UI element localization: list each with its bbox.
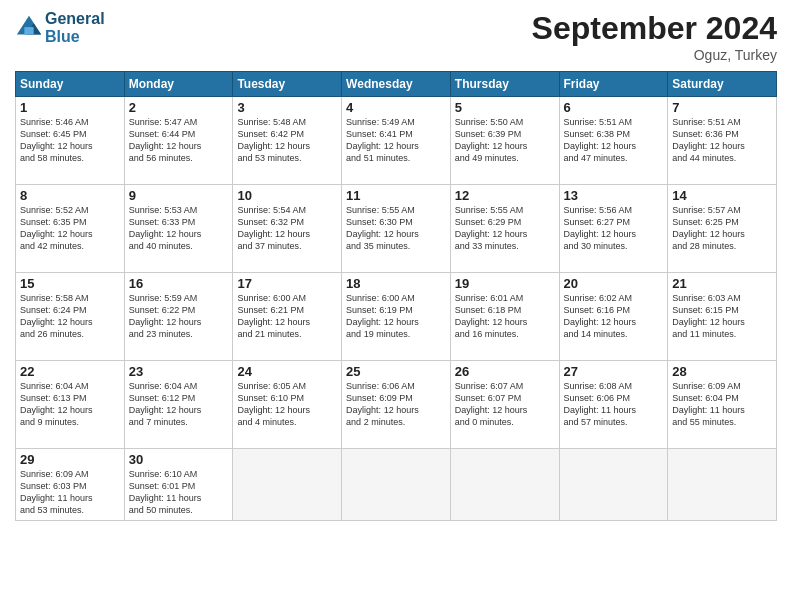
- month-title: September 2024: [532, 10, 777, 47]
- day-info: Sunrise: 5:56 AM Sunset: 6:27 PM Dayligh…: [564, 204, 664, 253]
- day-info: Sunrise: 6:09 AM Sunset: 6:03 PM Dayligh…: [20, 468, 120, 517]
- day-number: 1: [20, 100, 120, 115]
- calendar-cell: 30Sunrise: 6:10 AM Sunset: 6:01 PM Dayli…: [124, 449, 233, 521]
- calendar-cell: [450, 449, 559, 521]
- calendar-cell: 1Sunrise: 5:46 AM Sunset: 6:45 PM Daylig…: [16, 97, 125, 185]
- day-number: 7: [672, 100, 772, 115]
- day-info: Sunrise: 5:57 AM Sunset: 6:25 PM Dayligh…: [672, 204, 772, 253]
- day-info: Sunrise: 6:00 AM Sunset: 6:19 PM Dayligh…: [346, 292, 446, 341]
- day-info: Sunrise: 6:01 AM Sunset: 6:18 PM Dayligh…: [455, 292, 555, 341]
- calendar-cell: 3Sunrise: 5:48 AM Sunset: 6:42 PM Daylig…: [233, 97, 342, 185]
- logo-text: General Blue: [45, 10, 105, 45]
- day-number: 6: [564, 100, 664, 115]
- calendar-cell: 21Sunrise: 6:03 AM Sunset: 6:15 PM Dayli…: [668, 273, 777, 361]
- day-info: Sunrise: 6:07 AM Sunset: 6:07 PM Dayligh…: [455, 380, 555, 429]
- logo: General Blue: [15, 10, 105, 45]
- calendar-cell: 28Sunrise: 6:09 AM Sunset: 6:04 PM Dayli…: [668, 361, 777, 449]
- day-number: 22: [20, 364, 120, 379]
- day-number: 16: [129, 276, 229, 291]
- calendar-cell: [668, 449, 777, 521]
- day-number: 18: [346, 276, 446, 291]
- day-number: 12: [455, 188, 555, 203]
- calendar-cell: 7Sunrise: 5:51 AM Sunset: 6:36 PM Daylig…: [668, 97, 777, 185]
- calendar-header-monday: Monday: [124, 72, 233, 97]
- calendar-header-saturday: Saturday: [668, 72, 777, 97]
- day-number: 21: [672, 276, 772, 291]
- logo-icon: [15, 14, 43, 42]
- day-number: 26: [455, 364, 555, 379]
- calendar-cell: 22Sunrise: 6:04 AM Sunset: 6:13 PM Dayli…: [16, 361, 125, 449]
- day-info: Sunrise: 6:04 AM Sunset: 6:13 PM Dayligh…: [20, 380, 120, 429]
- calendar-cell: 5Sunrise: 5:50 AM Sunset: 6:39 PM Daylig…: [450, 97, 559, 185]
- day-info: Sunrise: 5:58 AM Sunset: 6:24 PM Dayligh…: [20, 292, 120, 341]
- calendar-cell: 16Sunrise: 5:59 AM Sunset: 6:22 PM Dayli…: [124, 273, 233, 361]
- day-number: 5: [455, 100, 555, 115]
- day-info: Sunrise: 5:50 AM Sunset: 6:39 PM Dayligh…: [455, 116, 555, 165]
- day-info: Sunrise: 5:53 AM Sunset: 6:33 PM Dayligh…: [129, 204, 229, 253]
- calendar-week-1: 8Sunrise: 5:52 AM Sunset: 6:35 PM Daylig…: [16, 185, 777, 273]
- day-number: 25: [346, 364, 446, 379]
- day-info: Sunrise: 5:48 AM Sunset: 6:42 PM Dayligh…: [237, 116, 337, 165]
- calendar-cell: 14Sunrise: 5:57 AM Sunset: 6:25 PM Dayli…: [668, 185, 777, 273]
- calendar-header-sunday: Sunday: [16, 72, 125, 97]
- day-info: Sunrise: 6:05 AM Sunset: 6:10 PM Dayligh…: [237, 380, 337, 429]
- day-number: 2: [129, 100, 229, 115]
- calendar-week-0: 1Sunrise: 5:46 AM Sunset: 6:45 PM Daylig…: [16, 97, 777, 185]
- day-number: 19: [455, 276, 555, 291]
- day-number: 4: [346, 100, 446, 115]
- day-info: Sunrise: 5:59 AM Sunset: 6:22 PM Dayligh…: [129, 292, 229, 341]
- header: General Blue September 2024 Oguz, Turkey: [15, 10, 777, 63]
- day-info: Sunrise: 6:09 AM Sunset: 6:04 PM Dayligh…: [672, 380, 772, 429]
- title-block: September 2024 Oguz, Turkey: [532, 10, 777, 63]
- calendar-cell: 23Sunrise: 6:04 AM Sunset: 6:12 PM Dayli…: [124, 361, 233, 449]
- day-number: 28: [672, 364, 772, 379]
- calendar-header-thursday: Thursday: [450, 72, 559, 97]
- day-number: 24: [237, 364, 337, 379]
- day-info: Sunrise: 6:10 AM Sunset: 6:01 PM Dayligh…: [129, 468, 229, 517]
- calendar-cell: 11Sunrise: 5:55 AM Sunset: 6:30 PM Dayli…: [342, 185, 451, 273]
- day-info: Sunrise: 6:08 AM Sunset: 6:06 PM Dayligh…: [564, 380, 664, 429]
- day-number: 29: [20, 452, 120, 467]
- calendar-cell: 13Sunrise: 5:56 AM Sunset: 6:27 PM Dayli…: [559, 185, 668, 273]
- day-number: 17: [237, 276, 337, 291]
- day-info: Sunrise: 6:06 AM Sunset: 6:09 PM Dayligh…: [346, 380, 446, 429]
- calendar-header-friday: Friday: [559, 72, 668, 97]
- day-info: Sunrise: 5:55 AM Sunset: 6:30 PM Dayligh…: [346, 204, 446, 253]
- day-number: 10: [237, 188, 337, 203]
- calendar-cell: [559, 449, 668, 521]
- day-info: Sunrise: 5:55 AM Sunset: 6:29 PM Dayligh…: [455, 204, 555, 253]
- calendar-cell: 8Sunrise: 5:52 AM Sunset: 6:35 PM Daylig…: [16, 185, 125, 273]
- day-info: Sunrise: 5:51 AM Sunset: 6:36 PM Dayligh…: [672, 116, 772, 165]
- day-info: Sunrise: 5:51 AM Sunset: 6:38 PM Dayligh…: [564, 116, 664, 165]
- day-number: 9: [129, 188, 229, 203]
- calendar-cell: 6Sunrise: 5:51 AM Sunset: 6:38 PM Daylig…: [559, 97, 668, 185]
- day-info: Sunrise: 6:02 AM Sunset: 6:16 PM Dayligh…: [564, 292, 664, 341]
- day-number: 23: [129, 364, 229, 379]
- calendar-cell: 25Sunrise: 6:06 AM Sunset: 6:09 PM Dayli…: [342, 361, 451, 449]
- calendar-cell: 17Sunrise: 6:00 AM Sunset: 6:21 PM Dayli…: [233, 273, 342, 361]
- day-info: Sunrise: 5:46 AM Sunset: 6:45 PM Dayligh…: [20, 116, 120, 165]
- calendar-cell: 26Sunrise: 6:07 AM Sunset: 6:07 PM Dayli…: [450, 361, 559, 449]
- day-info: Sunrise: 5:52 AM Sunset: 6:35 PM Dayligh…: [20, 204, 120, 253]
- day-info: Sunrise: 5:47 AM Sunset: 6:44 PM Dayligh…: [129, 116, 229, 165]
- calendar-cell: 20Sunrise: 6:02 AM Sunset: 6:16 PM Dayli…: [559, 273, 668, 361]
- day-info: Sunrise: 5:54 AM Sunset: 6:32 PM Dayligh…: [237, 204, 337, 253]
- calendar-cell: 12Sunrise: 5:55 AM Sunset: 6:29 PM Dayli…: [450, 185, 559, 273]
- calendar-week-4: 29Sunrise: 6:09 AM Sunset: 6:03 PM Dayli…: [16, 449, 777, 521]
- calendar-table: SundayMondayTuesdayWednesdayThursdayFrid…: [15, 71, 777, 521]
- day-info: Sunrise: 6:00 AM Sunset: 6:21 PM Dayligh…: [237, 292, 337, 341]
- day-number: 14: [672, 188, 772, 203]
- calendar-cell: 19Sunrise: 6:01 AM Sunset: 6:18 PM Dayli…: [450, 273, 559, 361]
- day-number: 30: [129, 452, 229, 467]
- page: General Blue September 2024 Oguz, Turkey…: [0, 0, 792, 612]
- calendar-cell: [342, 449, 451, 521]
- calendar-cell: 24Sunrise: 6:05 AM Sunset: 6:10 PM Dayli…: [233, 361, 342, 449]
- svg-rect-2: [24, 27, 33, 34]
- calendar-cell: 27Sunrise: 6:08 AM Sunset: 6:06 PM Dayli…: [559, 361, 668, 449]
- day-info: Sunrise: 5:49 AM Sunset: 6:41 PM Dayligh…: [346, 116, 446, 165]
- day-number: 3: [237, 100, 337, 115]
- calendar-cell: 29Sunrise: 6:09 AM Sunset: 6:03 PM Dayli…: [16, 449, 125, 521]
- calendar-cell: [233, 449, 342, 521]
- calendar-week-2: 15Sunrise: 5:58 AM Sunset: 6:24 PM Dayli…: [16, 273, 777, 361]
- calendar-cell: 9Sunrise: 5:53 AM Sunset: 6:33 PM Daylig…: [124, 185, 233, 273]
